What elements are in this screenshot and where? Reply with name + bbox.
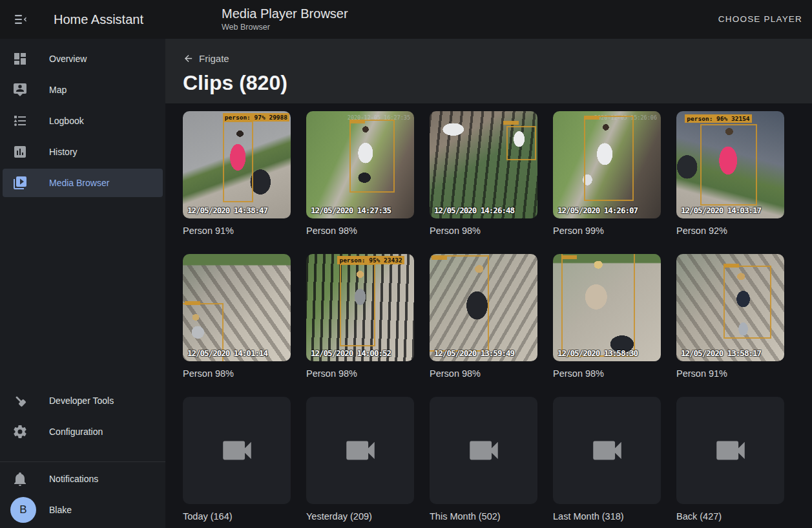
folder-tile [430,397,537,504]
detection-bounding-box [561,254,635,357]
folder-label: Today (164) [183,511,291,522]
clip-caption: Person 98% [183,368,291,379]
hammer-icon [12,393,28,408]
choose-player-button[interactable]: CHOOSE PLAYER [718,0,802,39]
cog-icon [12,424,28,439]
clip-caption: Person 98% [553,368,661,379]
clip-card-3[interactable]: 12/05/2020 14:26:48 Person 98% [430,111,537,244]
clip-timestamp-overlay: 12/05/2020 14:26:07 [557,206,638,215]
clip-caption: Person 98% [430,368,537,379]
sidebar-item-label: Map [49,85,67,95]
clip-timestamp-overlay: 12/05/2020 13:59:49 [434,348,514,358]
clip-card-9[interactable]: 12/05/2020 13:58:30 Person 98% [553,254,661,386]
folder-card-last-month[interactable]: Last Month (318) [553,397,661,528]
detection-label: person: 96% 32154 [685,114,751,123]
folder-card-back[interactable]: Back (427) [676,397,784,528]
clip-thumbnail: 12/05/2020 14:01:14 [183,254,291,361]
folder-card-yesterday[interactable]: Yesterday (209) [306,397,414,528]
tooltip-account-icon [12,82,28,98]
detection-bounding-box [349,120,395,193]
sidebar-item-label: Media Browser [49,178,109,188]
clip-card-6[interactable]: 12/05/2020 14:01:14 Person 98% [183,254,291,386]
folder-label: This Month (502) [430,511,537,522]
video-icon [342,432,379,469]
sidebar-item-overview[interactable]: Overview [3,45,163,73]
sidebar-divider [0,461,165,462]
clip-timestamp-overlay: 12/05/2020 13:58:30 [557,348,638,358]
clip-card-5[interactable]: person: 96% 32154 12/05/2020 14:03:17 Pe… [676,111,784,244]
clip-caption: Person 92% [676,226,784,236]
sidebar-item-map[interactable]: Map [3,76,163,104]
sidebar-item-developer-tools[interactable]: Developer Tools [3,386,163,415]
detection-bounding-box [430,255,489,352]
clip-thumbnail: 2020-12-05 16:27:35 12/05/2020 14:27:35 [306,111,414,218]
clip-timestamp-overlay: 12/05/2020 14:26:48 [434,206,514,215]
bell-icon [12,471,28,487]
sidebar-item-logbook[interactable]: Logbook [3,107,163,135]
video-icon [588,432,626,469]
clip-timestamp-overlay: 12/05/2020 14:00:52 [311,348,391,358]
video-icon [218,432,256,469]
detection-chip [584,116,599,120]
clip-thumbnail: person: 95% 23432 12/05/2020 14:00:52 [306,254,414,361]
clip-thumbnail: 12/05/2020 13:58:17 [676,254,784,361]
folder-tile [553,397,661,504]
sidebar-item-label: Blake [49,505,72,515]
detection-chip [503,121,519,125]
clip-timestamp-overlay: 12/05/2020 14:01:14 [187,348,267,358]
view-dashboard-icon [12,51,28,67]
detection-bounding-box [506,126,537,160]
clip-caption: Person 98% [306,368,414,379]
detection-chip [432,256,447,260]
clip-caption: Person 98% [430,226,537,236]
detection-label: person: 97% 29988 [223,113,289,121]
clip-thumbnail: person: 97% 29988 12/05/2020 14:38:47 [183,111,291,218]
clip-thumbnail: 12/05/2020 13:59:49 [430,254,537,361]
folder-card-today[interactable]: Today (164) [183,397,291,528]
sidebar: Overview Map Logbook History Media Brows… [0,39,165,528]
sidebar-item-label: Overview [49,54,87,64]
clip-thumbnail: 2020-12-05 15:26:06 12/05/2020 14:26:07 [553,111,661,218]
sidebar-item-notifications[interactable]: Notifications [3,465,163,493]
clip-card-7[interactable]: person: 95% 23432 12/05/2020 14:00:52 Pe… [306,254,414,386]
clip-thumbnail: 12/05/2020 13:58:30 [553,254,661,361]
clip-timestamp-overlay: 12/05/2020 14:38:47 [187,206,267,215]
sidebar-item-label: Notifications [49,474,98,484]
sidebar-item-configuration[interactable]: Configuration [3,417,163,446]
clip-timestamp-overlay: 12/05/2020 14:03:17 [681,206,761,215]
clip-timestamp-overlay: 12/05/2020 14:27:35 [311,206,391,215]
breadcrumb[interactable]: Frigate [183,53,229,64]
sidebar-toggle-icon[interactable] [13,12,28,27]
avatar: B [10,497,36,523]
video-icon [465,432,503,469]
clip-card-8[interactable]: 12/05/2020 13:59:49 Person 98% [430,254,537,386]
detection-label: person: 95% 23432 [337,256,404,264]
video-icon [712,432,749,469]
clip-card-1[interactable]: person: 97% 29988 12/05/2020 14:38:47 Pe… [183,111,291,244]
clip-card-2[interactable]: 2020-12-05 16:27:35 12/05/2020 14:27:35 … [306,111,414,244]
sidebar-item-media-browser[interactable]: Media Browser [3,169,163,197]
detection-bounding-box [700,124,758,206]
sidebar-item-label: Developer Tools [49,396,114,406]
folder-card-this-month[interactable]: This Month (502) [430,397,537,528]
sidebar-item-label: Logbook [49,116,84,126]
folder-label: Last Month (318) [553,511,661,522]
sidebar-item-label: Configuration [49,427,103,437]
clip-card-10[interactable]: 12/05/2020 13:58:17 Person 91% [676,254,784,386]
detection-chip [185,301,200,305]
play-box-multiple-icon [12,175,28,191]
sidebar-item-history[interactable]: History [3,138,163,166]
clip-card-4[interactable]: 2020-12-05 15:26:06 12/05/2020 14:26:07 … [553,111,661,244]
detection-bounding-box [724,266,771,339]
folder-label: Yesterday (209) [306,511,414,522]
clip-thumbnail: 12/05/2020 14:26:48 [430,111,537,218]
app-bar: Home Assistant Media Player Browser Web … [0,0,812,39]
detection-bounding-box [223,121,253,202]
folder-tile [306,397,414,504]
sidebar-item-label: History [49,147,78,157]
clip-caption: Person 91% [183,226,291,236]
clip-thumbnail: person: 96% 32154 12/05/2020 14:03:17 [676,111,784,218]
media-browser-content: Frigate Clips (820) person: 97% 29988 12… [165,39,812,528]
page-subtitle: Web Browser [222,23,348,32]
sidebar-item-profile[interactable]: B Blake [3,496,163,524]
